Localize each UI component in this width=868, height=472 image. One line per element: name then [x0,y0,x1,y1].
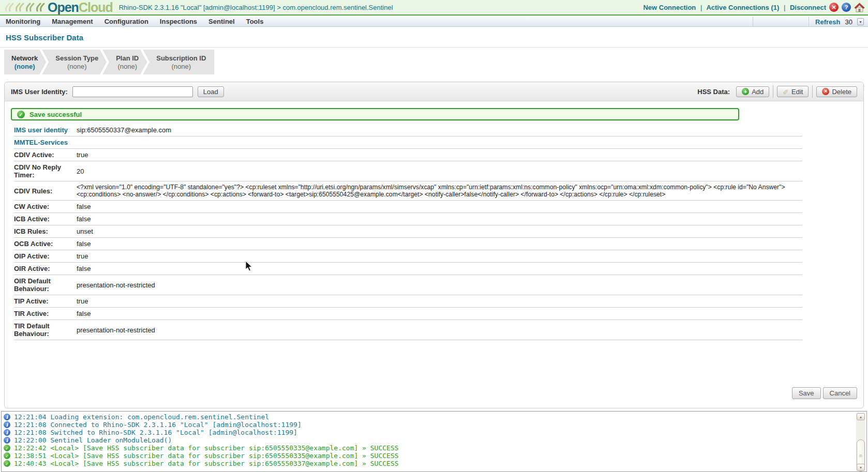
log-message: <Local> [Save HSS subscriber data for su… [50,460,398,467]
log-timestamp: 12:22:42 [14,444,47,452]
log-entry: 12:21:04 Loading extension: com.openclou… [4,413,854,421]
row-label: CDIV Active: [14,149,77,161]
row-label: CW Active: [14,201,77,213]
add-icon: + [742,88,749,95]
row-value: false [77,308,802,320]
title-row: HSS Subscriber Data [0,27,868,48]
refresh-label[interactable]: Refresh [815,18,840,26]
active-connections-link[interactable]: Active Connections (1) [706,4,779,11]
menu-item[interactable]: Tools [241,17,270,26]
panel-actions: Save Cancel [792,387,857,399]
row-label: CDIV No Reply Timer: [14,161,77,181]
brand-cloud: Cloud [79,0,113,14]
edit-button[interactable]: ✎ Edit [777,86,809,97]
wizard-step[interactable]: Subscription ID (none) [143,50,214,74]
menu-item[interactable]: Monitoring [0,17,46,26]
table-row: OCB Active: false [14,238,802,250]
link-separator: | [700,4,702,11]
subscriber-data-table: IMS user identity sip:6505550337@example… [14,124,802,340]
row-label: ICB Active: [14,213,77,225]
table-row: ICB Active: false [14,213,802,225]
log-status-icon [4,437,10,444]
log-text: 12:38:51 <Local> [Save HSS subscriber da… [14,452,399,460]
delete-button[interactable]: ✕ Delete [816,86,857,97]
refresh-interval-stepper[interactable]: ▼ [857,18,864,25]
panel-toolbar: IMS User Identity: Load HSS Data: + Add … [5,82,863,101]
close-icon[interactable]: ✕ [829,3,839,12]
row-value: false [77,238,802,250]
load-button-label: Load [203,88,218,96]
row-label: CDIV Rules: [14,181,77,201]
log-text: 12:22:42 <Local> [Save HSS subscriber da… [14,444,399,452]
scroll-down-icon[interactable]: ▼ [857,464,865,471]
menu-item[interactable]: Inspections [154,17,203,26]
disconnect-link[interactable]: Disconnect [790,4,826,11]
wizard-step-label: Subscription ID [156,54,206,62]
edit-button-label: Edit [791,88,803,96]
table-row: OIR Default Behaviour: presentation-not-… [14,275,802,295]
cancel-button[interactable]: Cancel [823,387,857,399]
load-button[interactable]: Load [198,86,224,97]
table-row: CDIV Active: true [14,149,802,161]
log-text: 12:21:04 Loading extension: com.openclou… [14,413,269,421]
log-timestamp: 12:40:43 [14,460,47,467]
row-value: false [77,263,802,275]
log-message: <Local> [Save HSS subscriber data for su… [50,444,398,452]
opencloud-logo: OpenCloud [48,0,113,14]
menu-item[interactable]: Configuration [99,17,154,26]
log-status-icon [4,429,10,436]
menu-item[interactable]: Sentinel [203,17,241,26]
save-successful-text: Save successful [29,111,82,118]
home-icon[interactable] [854,3,865,12]
wizard-step-value: (none) [171,63,191,70]
log-message: Loading extension: com.opencloud.rem.sen… [50,413,269,421]
wizard-step[interactable]: Plan ID (none) [102,50,147,74]
table-row: TIR Default Behaviour: presentation-not-… [14,320,802,340]
panel-body: ✓ Save successful IMS user identity sip:… [5,101,863,346]
log-entry: 12:22:00 Sentinel Loader onModuleLoad() [4,436,854,444]
help-icon[interactable]: ? [842,3,851,12]
log-entries: 12:21:04 Loading extension: com.openclou… [4,413,854,467]
save-successful-banner: ✓ Save successful [11,108,739,120]
scroll-up-icon[interactable]: ▲ [857,413,865,420]
link-separator: | [784,4,785,11]
row-value: presentation-not-restricted [77,320,802,340]
toolbar-divider [773,85,773,98]
wizard-step[interactable]: Session Type (none) [42,50,107,74]
row-label: OIP Active: [14,250,77,263]
wizard-breadcrumb: Network (none) Session Type (none) Plan … [4,50,214,74]
delete-icon: ✕ [822,88,829,95]
row-value: 20 [77,161,802,181]
table-row: CDIV No Reply Timer: 20 [14,161,802,181]
row-label: OIR Default Behaviour: [14,275,77,295]
page-title: HSS Subscriber Data [6,33,83,42]
table-row: OIR Active: false [14,263,802,275]
row-label: OIR Active: [14,263,77,275]
row-label: TIR Active: [14,308,77,320]
header-links: New Connection | Active Connections (1) … [643,4,826,11]
hss-data-label: HSS Data: [697,88,730,96]
row-label: MMTEL-Services [14,136,77,149]
new-connection-link[interactable]: New Connection [643,4,696,11]
row-value: true [77,295,802,308]
hss-subscriber-panel: IMS User Identity: Load HSS Data: + Add … [4,82,864,408]
log-text: 12:21:08 Connected to Rhino-SDK 2.3.1.16… [14,421,302,429]
brand-open: Open [48,0,79,14]
wizard-step-value: (none) [67,63,87,70]
save-button[interactable]: Save [792,387,821,399]
menubar: Monitoring Management Configuration Insp… [0,17,868,27]
log-status-icon [4,452,10,459]
table-row: TIR Active: false [14,308,802,320]
ims-user-identity-input[interactable] [72,86,193,97]
menu-item[interactable]: Management [46,17,98,26]
ims-user-identity-label: IMS User Identity: [11,88,68,96]
log-entry: 12:38:51 <Local> [Save HSS subscriber da… [4,452,854,460]
row-value: true [77,250,802,263]
row-value [77,136,802,149]
wizard-step[interactable]: Network (none) [4,50,46,74]
row-label: TIR Default Behaviour: [14,320,77,340]
table-row: IMS user identity sip:6505550337@example… [14,124,802,136]
log-scrollbar: ▲ ▼ [856,413,865,471]
wizard-step-label: Session Type [55,54,98,62]
add-button[interactable]: + Add [736,86,769,97]
